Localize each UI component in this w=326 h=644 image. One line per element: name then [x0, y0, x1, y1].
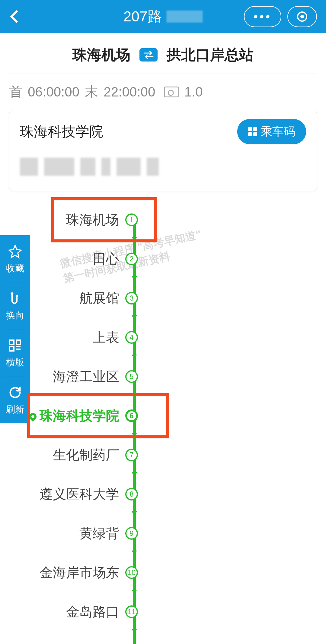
side-toolbar: 收藏 换向 横版 刷新: [0, 235, 30, 423]
refresh-icon: [8, 385, 22, 400]
star-icon: [8, 244, 22, 259]
nearest-station-card: 珠海科技学院 乘车码: [9, 110, 317, 191]
station-number: 8: [125, 488, 138, 500]
station-number: 7: [125, 449, 138, 461]
swap-direction-button[interactable]: [139, 48, 158, 62]
station-number: 6: [125, 409, 138, 422]
header-bar: 207路 •••: [0, 0, 326, 33]
reverse-icon: [8, 291, 22, 306]
arrow-down-icon: [132, 355, 137, 359]
chevron-left-icon: [10, 10, 23, 23]
fare-icon: [164, 87, 179, 97]
station-name: 黄绿背: [0, 525, 125, 542]
refresh-button[interactable]: 刷新: [4, 376, 27, 423]
arrow-down-icon: [132, 472, 137, 476]
route-header: 珠海机场 拱北口岸总站: [9, 33, 317, 74]
station-row[interactable]: 黄绿背9: [0, 514, 326, 553]
station-number: 4: [125, 331, 138, 344]
schedule-row: 首 06:00:00 末 22:00:00 1.0: [0, 74, 326, 110]
reverse-button[interactable]: 换向: [4, 282, 27, 329]
svg-rect-4: [10, 347, 14, 351]
first-time: 06:00:00: [28, 84, 79, 99]
route-number: 207路: [123, 7, 162, 26]
nearest-station-name: 珠海科技学院: [20, 122, 103, 141]
arrow-down-icon: [132, 237, 137, 241]
station-name: 珠海机场: [0, 211, 125, 229]
target-icon: [297, 11, 307, 22]
station-list[interactable]: 珠海机场1田心2航展馆3上表4海澄工业区5珠海科技学院6生化制药厂7遵义医科大学…: [0, 200, 326, 644]
station-row[interactable]: 金海岸派出所12: [0, 631, 326, 644]
reverse-label: 换向: [6, 309, 24, 322]
ride-code-label: 乘车码: [261, 124, 295, 139]
first-label: 首: [9, 83, 22, 101]
station-number: 10: [125, 566, 138, 579]
favorite-button[interactable]: 收藏: [0, 235, 30, 282]
last-time: 22:00:00: [104, 84, 155, 99]
station-number: 2: [125, 253, 138, 265]
station-row[interactable]: 金岛路口11: [0, 592, 326, 631]
fare-value: 1.0: [184, 84, 203, 99]
svg-point-1: [16, 295, 18, 298]
refresh-label: 刷新: [6, 403, 24, 416]
redacted-text: [167, 11, 203, 23]
arrow-down-icon: [132, 276, 137, 280]
arrow-down-icon: [132, 511, 137, 516]
arrow-down-icon: [132, 551, 137, 555]
layout-label: 横版: [6, 356, 24, 369]
redacted-info: [20, 158, 306, 176]
station-name: 生化制药厂: [0, 446, 125, 464]
station-name: 金海岸派出所: [0, 642, 125, 644]
swap-icon: [142, 50, 155, 59]
arrow-down-icon: [132, 315, 137, 320]
station-row[interactable]: 遵义医科大学8: [0, 475, 326, 514]
station-row[interactable]: 上表4: [0, 318, 326, 357]
station-row[interactable]: 金海岸市场东10: [0, 553, 326, 592]
grid-icon: [8, 338, 22, 353]
route-start: 珠海机场: [72, 45, 130, 65]
favorite-label: 收藏: [6, 262, 24, 275]
target-button[interactable]: [287, 6, 317, 27]
ride-code-button[interactable]: 乘车码: [237, 119, 306, 144]
station-row[interactable]: 海澄工业区5: [0, 357, 326, 396]
route-end: 拱北口岸总站: [167, 45, 254, 65]
station-name: 遵义医科大学: [0, 485, 125, 503]
station-number: 9: [125, 527, 138, 540]
arrow-down-icon: [132, 394, 137, 398]
more-button[interactable]: •••: [244, 6, 281, 27]
svg-point-0: [11, 292, 14, 295]
station-number: 3: [125, 292, 138, 305]
svg-rect-2: [10, 340, 14, 344]
qr-icon: [248, 127, 257, 136]
arrow-down-icon: [132, 590, 137, 594]
station-name: 金岛路口: [0, 603, 125, 621]
back-button[interactable]: [9, 12, 21, 21]
more-icon: •••: [254, 11, 272, 23]
station-row[interactable]: 航展馆3: [0, 279, 326, 318]
station-row[interactable]: 珠海科技学院6: [0, 396, 326, 435]
station-row[interactable]: 生化制药厂7: [0, 435, 326, 475]
station-row[interactable]: 田心2: [0, 239, 326, 279]
arrow-down-icon: [132, 433, 137, 437]
station-number: 11: [125, 605, 138, 618]
arrow-down-icon: [132, 629, 137, 633]
last-label: 末: [85, 83, 98, 101]
svg-rect-3: [16, 340, 21, 344]
layout-button[interactable]: 横版: [4, 329, 27, 376]
station-number: 5: [125, 370, 138, 383]
station-name: 金海岸市场东: [0, 564, 125, 582]
station-number: 1: [125, 213, 138, 226]
header-title: 207路: [123, 7, 203, 26]
station-row[interactable]: 珠海机场1: [0, 200, 326, 239]
